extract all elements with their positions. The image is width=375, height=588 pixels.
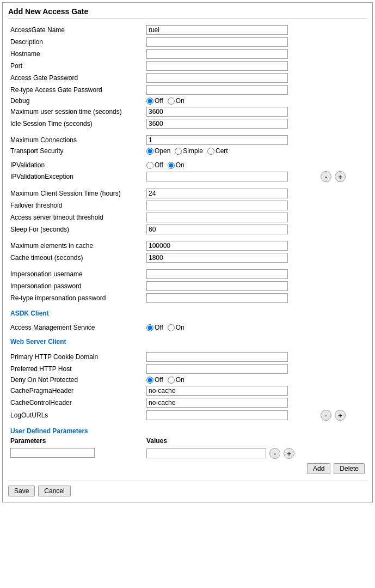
impersonation-username-input[interactable] bbox=[146, 269, 288, 279]
save-button[interactable]: Save bbox=[8, 486, 35, 496]
retype-ag-password-label: Re-type Access Gate Password bbox=[8, 84, 144, 96]
ts-simple-radio[interactable] bbox=[175, 148, 182, 155]
web-server-client-link[interactable]: Web Server Client bbox=[10, 338, 66, 345]
retype-impersonation-label: Re-type impersonation password bbox=[8, 292, 144, 304]
retype-ag-password-input[interactable] bbox=[146, 85, 288, 95]
primary-http-cookie-input[interactable] bbox=[146, 352, 288, 362]
hostname-label: Hostname bbox=[8, 48, 144, 60]
hostname-input[interactable] bbox=[146, 49, 288, 59]
ts-cert-option[interactable]: Cert bbox=[207, 147, 228, 155]
sleep-for-label: Sleep For (seconds) bbox=[8, 223, 144, 235]
failover-threshold-input[interactable] bbox=[146, 201, 288, 210]
donp-off-radio[interactable] bbox=[146, 377, 153, 384]
debug-off-option[interactable]: Off bbox=[146, 97, 163, 105]
port-input[interactable] bbox=[146, 61, 288, 71]
donp-on-radio[interactable] bbox=[168, 377, 175, 384]
description-label: Description bbox=[8, 36, 144, 48]
params-plus-button[interactable]: + bbox=[284, 448, 294, 459]
donp-on-option[interactable]: On bbox=[168, 376, 185, 384]
max-client-session-label: Maximum Client Session Time (hours) bbox=[8, 187, 144, 199]
asdk-client-link[interactable]: ASDK Client bbox=[10, 310, 49, 317]
idle-session-label: Idle Session Time (seconds) bbox=[8, 118, 144, 130]
params-minus-button[interactable]: - bbox=[269, 448, 280, 459]
ag-password-label: Access Gate Password bbox=[8, 72, 144, 84]
max-user-session-input[interactable] bbox=[146, 107, 288, 117]
page-title: Add New Access Gate bbox=[8, 7, 367, 19]
ams-on-option[interactable]: On bbox=[168, 324, 185, 331]
ts-open-option[interactable]: Open bbox=[146, 147, 170, 155]
access-server-timeout-label: Access server timeout threshold bbox=[8, 211, 144, 223]
debug-on-radio[interactable] bbox=[168, 98, 175, 105]
parameters-header: Parameters bbox=[8, 436, 144, 446]
retype-impersonation-input[interactable] bbox=[146, 293, 288, 303]
ipvalidation-minus-button[interactable]: - bbox=[321, 171, 331, 182]
logout-urls-input[interactable] bbox=[146, 410, 288, 420]
logout-urls-minus-button[interactable]: - bbox=[321, 410, 331, 421]
max-user-session-label: Maximum user session time (seconds) bbox=[8, 106, 144, 118]
access-server-timeout-input[interactable] bbox=[146, 213, 288, 222]
transport-security-label: Transport Security bbox=[8, 146, 144, 156]
ts-cert-radio[interactable] bbox=[207, 148, 214, 155]
debug-label: Debug bbox=[8, 96, 144, 106]
values-input[interactable] bbox=[146, 448, 266, 458]
ts-simple-option[interactable]: Simple bbox=[175, 147, 203, 155]
port-label: Port bbox=[8, 60, 144, 72]
ipvalidation-exception-input[interactable] bbox=[146, 172, 288, 181]
failover-threshold-label: Failover threshold bbox=[8, 199, 144, 211]
impersonation-password-label: Impersonation password bbox=[8, 280, 144, 292]
ipvalidation-label: IPValidation bbox=[8, 160, 144, 170]
ams-off-option[interactable]: Off bbox=[146, 324, 163, 331]
cache-timeout-input[interactable] bbox=[146, 253, 288, 263]
cancel-button[interactable]: Cancel bbox=[38, 486, 70, 496]
access-management-label: Access Management Service bbox=[8, 323, 144, 332]
max-client-session-input[interactable] bbox=[146, 189, 288, 198]
ams-on-radio[interactable] bbox=[168, 324, 175, 331]
ipv-on-radio[interactable] bbox=[168, 162, 175, 169]
cache-pragma-header-label: CachePragmaHeader bbox=[8, 385, 144, 397]
max-elements-cache-input[interactable] bbox=[146, 241, 288, 251]
add-button[interactable]: Add bbox=[307, 463, 330, 474]
max-connections-label: Maximum Connections bbox=[8, 134, 144, 146]
ipvalidation-plus-button[interactable]: + bbox=[335, 171, 346, 182]
sleep-for-input[interactable] bbox=[146, 225, 288, 234]
cache-control-header-input[interactable] bbox=[146, 398, 288, 408]
debug-off-radio[interactable] bbox=[146, 98, 153, 105]
delete-button[interactable]: Delete bbox=[334, 463, 365, 474]
user-defined-params-link[interactable]: User Defined Parameters bbox=[10, 427, 88, 435]
accessgate-name-input[interactable] bbox=[146, 25, 288, 35]
cache-control-header-label: CacheControlHeader bbox=[8, 397, 144, 409]
debug-on-option[interactable]: On bbox=[168, 97, 185, 105]
preferred-http-host-label: Preferred HTTP Host bbox=[8, 363, 144, 375]
ag-password-input[interactable] bbox=[146, 73, 288, 83]
logout-urls-plus-button[interactable]: + bbox=[335, 410, 346, 421]
accessgate-name-label: AccessGate Name bbox=[8, 24, 144, 36]
cache-pragma-header-input[interactable] bbox=[146, 386, 288, 396]
ipvalidation-exception-label: IPValidationException bbox=[8, 170, 144, 183]
ipv-on-option[interactable]: On bbox=[168, 161, 185, 169]
ts-open-radio[interactable] bbox=[146, 148, 153, 155]
ipv-off-option[interactable]: Off bbox=[146, 161, 163, 169]
donp-off-option[interactable]: Off bbox=[146, 376, 163, 384]
ams-off-radio[interactable] bbox=[146, 324, 153, 331]
idle-session-input[interactable] bbox=[146, 119, 288, 129]
parameters-input[interactable] bbox=[10, 448, 95, 458]
ipv-off-radio[interactable] bbox=[146, 162, 153, 169]
logout-urls-label: LogOutURLs bbox=[8, 409, 144, 422]
primary-http-cookie-label: Primary HTTP Cookie Domain bbox=[8, 351, 144, 363]
max-connections-input[interactable] bbox=[146, 135, 288, 145]
values-header: Values bbox=[144, 436, 317, 446]
max-elements-cache-label: Maximum elements in cache bbox=[8, 240, 144, 252]
cache-timeout-label: Cache timeout (seconds) bbox=[8, 252, 144, 264]
impersonation-password-input[interactable] bbox=[146, 281, 288, 291]
impersonation-username-label: Impersonation username bbox=[8, 268, 144, 280]
description-input[interactable] bbox=[146, 37, 288, 47]
preferred-http-host-input[interactable] bbox=[146, 364, 288, 374]
deny-on-not-protected-label: Deny On Not Protected bbox=[8, 375, 144, 385]
